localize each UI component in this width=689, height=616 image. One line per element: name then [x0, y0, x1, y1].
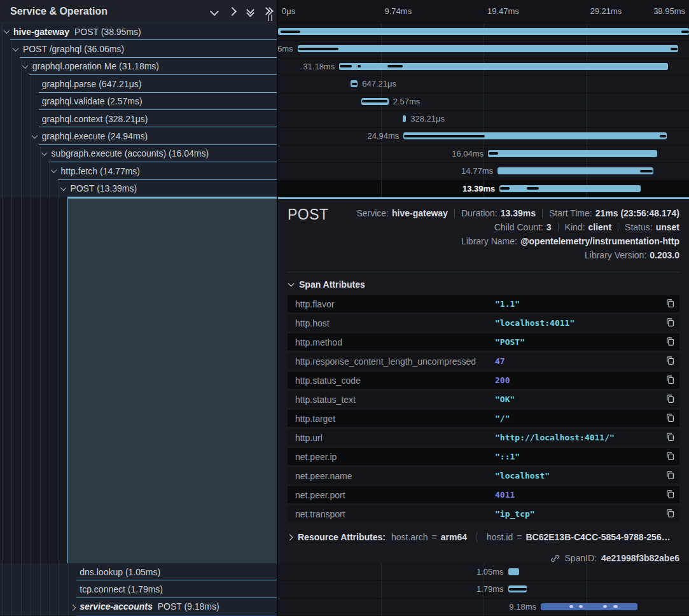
copy-icon[interactable]: [665, 413, 675, 423]
attribute-value: "ip_tcp": [495, 509, 535, 519]
indent-guide: [11, 58, 12, 75]
span-attributes-header[interactable]: Span Attributes: [289, 279, 679, 290]
operation-name: http.fetch (14.77ms): [61, 166, 141, 176]
span-bar[interactable]: [541, 603, 637, 610]
span-bar[interactable]: [488, 150, 657, 157]
critical-path-segment: [387, 65, 402, 67]
copy-icon[interactable]: [665, 508, 675, 518]
service-name: service-accounts: [80, 601, 152, 612]
selected-span-backdrop: [67, 197, 277, 563]
chevron-down-icon[interactable]: [3, 23, 10, 40]
meta-label: Status:: [625, 222, 653, 232]
operation-name: graphql.operation Me (31.18ms): [32, 61, 159, 71]
indent-guide: [21, 145, 22, 162]
tree-row[interactable]: graphql.operation Me (31.18ms): [0, 58, 277, 75]
tree-row[interactable]: dns.lookup (1.05ms): [0, 563, 277, 580]
trace-viewer: 0μs9.74ms19.47ms29.21ms38.95ms 38.95ms36…: [0, 0, 689, 616]
timeline-row: 36.06ms: [278, 40, 689, 57]
indent-guide: [50, 197, 50, 563]
span-bar[interactable]: [278, 28, 689, 35]
span-bar[interactable]: [298, 45, 678, 52]
timeline-row: 14.77ms: [278, 162, 689, 179]
column-divider[interactable]: [277, 0, 278, 616]
indent-guide: [21, 127, 22, 144]
ruler-tick: 9.74ms: [385, 0, 412, 23]
link-icon[interactable]: [550, 554, 560, 563]
tree-row[interactable]: POST /graphql (36.06ms): [0, 40, 277, 57]
span-name: http.fetch (14.77ms): [61, 162, 141, 179]
tree-row[interactable]: subgraph.execute (accounts) (16.04ms): [0, 145, 277, 162]
section-divider: [288, 272, 679, 272]
attribute-value: 200: [495, 375, 510, 385]
operation-name: graphql.context (328.21μs): [42, 114, 148, 124]
attribute-value: "localhost": [495, 471, 550, 480]
indent-guide: [2, 180, 3, 197]
copy-icon[interactable]: [665, 337, 675, 346]
meta-line: Child Count:3Kind:clientStatus:unset: [329, 220, 679, 234]
tree-row[interactable]: http.fetch (14.77ms): [0, 162, 277, 179]
operation-name: tcp.connect (1.79ms): [80, 584, 163, 594]
tree-row[interactable]: hive-gatewayPOST (38.95ms): [0, 23, 277, 40]
chevron-down-icon[interactable]: [22, 58, 29, 75]
meta-line: Library Version:0.203.0: [329, 248, 679, 262]
span-bar[interactable]: [403, 115, 406, 122]
column-resize-grip[interactable]: [268, 15, 272, 21]
indent-guide: [21, 75, 22, 92]
copy-icon[interactable]: [665, 318, 675, 327]
indent-gutter: [0, 197, 67, 563]
indent-guide: [31, 145, 31, 162]
copy-icon[interactable]: [665, 375, 675, 384]
span-bar[interactable]: [498, 167, 653, 174]
tree-row[interactable]: graphql.validate (2.57ms): [0, 93, 277, 110]
indent-guide: [59, 563, 59, 580]
indent-guide: [2, 162, 3, 179]
chevron-down-icon[interactable]: [41, 145, 48, 162]
timeline-row: 647.21μs: [278, 75, 689, 92]
tree-row[interactable]: service-accountsPOST (9.18ms): [0, 598, 277, 615]
chevron-down-icon[interactable]: [12, 40, 20, 57]
copy-icon[interactable]: [665, 298, 675, 308]
timeline-row: 328.21μs: [278, 110, 689, 127]
chevron-down-icon: [288, 281, 295, 287]
copy-icon[interactable]: [665, 470, 675, 480]
equals-sign: =: [432, 532, 437, 542]
copy-icon[interactable]: [665, 451, 675, 461]
resource-attributes-row[interactable]: Resource Attributes: host.arch=arm64host…: [288, 532, 679, 542]
copy-icon[interactable]: [665, 489, 675, 499]
indent-guide: [31, 598, 31, 615]
span-bar[interactable]: [508, 568, 519, 575]
tree-row[interactable]: graphql.execute (24.94ms): [0, 127, 277, 144]
critical-path-segment: [352, 83, 357, 85]
chevron-down-icon[interactable]: [50, 162, 58, 179]
span-bar[interactable]: [499, 185, 641, 192]
attribute-value: 47: [495, 356, 505, 366]
expand-one-icon[interactable]: [223, 4, 241, 19]
copy-icon[interactable]: [665, 432, 675, 442]
critical-path-segment: [281, 31, 300, 33]
service-operation-header: Service & Operation: [0, 0, 277, 23]
chevron-right-icon[interactable]: [69, 598, 76, 615]
chevron-down-icon[interactable]: [59, 180, 67, 197]
collapse-one-icon[interactable]: [205, 4, 223, 19]
attribute-value: "http://localhost:4011/": [495, 433, 615, 442]
span-name: dns.lookup (1.05ms): [80, 563, 160, 580]
copy-icon[interactable]: [665, 356, 675, 365]
copy-icon[interactable]: [665, 394, 675, 403]
tree-row[interactable]: graphql.parse (647.21μs): [0, 75, 277, 92]
indent-guide: [31, 75, 31, 92]
resource-attribute-key: host.arch: [391, 532, 428, 542]
duration-label: 328.21μs: [410, 110, 445, 127]
attribute-row: net.transport"ip_tcp": [288, 505, 679, 522]
tree-row[interactable]: tcp.connect (1.79ms): [0, 580, 277, 598]
timeline-row: 16.04ms: [278, 145, 689, 162]
span-attributes-table: http.flavor"1.1"http.host"localhost:4011…: [288, 295, 679, 522]
meta-label: Start Time:: [549, 208, 592, 218]
chevron-down-icon[interactable]: [31, 127, 39, 144]
indent-guide: [2, 40, 3, 57]
attribute-row: http.target"/": [288, 410, 679, 427]
operation-name: graphql.parse (647.21μs): [42, 79, 142, 89]
attribute-key: http.status_text: [288, 395, 495, 405]
collapse-all-icon[interactable]: [241, 4, 259, 19]
tree-row[interactable]: POST (13.39ms): [0, 180, 277, 197]
tree-row[interactable]: graphql.context (328.21μs): [0, 110, 277, 127]
